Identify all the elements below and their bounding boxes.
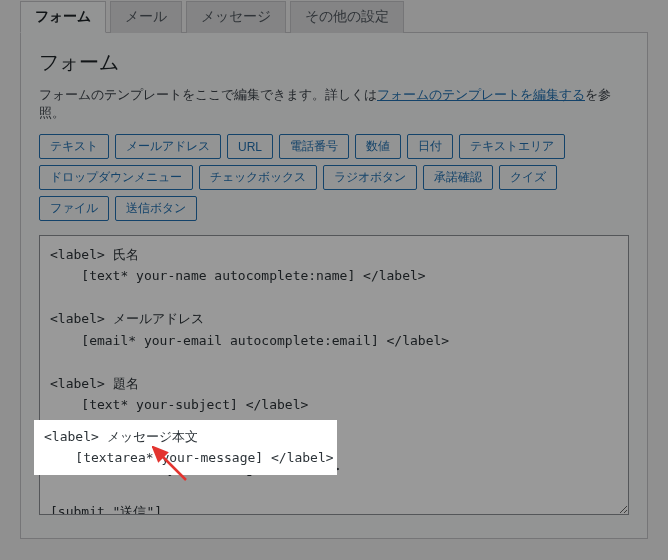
- tabs: フォーム メール メッセージ その他の設定: [20, 0, 648, 32]
- tag-button-12[interactable]: ファイル: [39, 196, 109, 221]
- desc-before: フォームのテンプレートをここで編集できます。詳しくは: [39, 87, 377, 102]
- tab-form[interactable]: フォーム: [20, 1, 106, 33]
- desc-link[interactable]: フォームのテンプレートを編集する: [377, 87, 585, 102]
- tag-button-9[interactable]: ラジオボタン: [323, 165, 417, 190]
- tag-button-1[interactable]: メールアドレス: [115, 134, 221, 159]
- tab-messages[interactable]: メッセージ: [186, 1, 286, 33]
- tab-mail[interactable]: メール: [110, 1, 182, 33]
- tag-button-3[interactable]: 電話番号: [279, 134, 349, 159]
- tag-button-13[interactable]: 送信ボタン: [115, 196, 197, 221]
- tag-button-4[interactable]: 数値: [355, 134, 401, 159]
- tag-button-6[interactable]: テキストエリア: [459, 134, 565, 159]
- form-template-textarea[interactable]: [39, 235, 629, 515]
- tag-button-8[interactable]: チェックボックス: [199, 165, 317, 190]
- tag-buttons: テキストメールアドレスURL電話番号数値日付テキストエリアドロップダウンメニュー…: [39, 134, 629, 221]
- tag-button-7[interactable]: ドロップダウンメニュー: [39, 165, 193, 190]
- panel-description: フォームのテンプレートをここで編集できます。詳しくはフォームのテンプレートを編集…: [39, 86, 629, 122]
- tab-other[interactable]: その他の設定: [290, 1, 404, 33]
- tag-button-10[interactable]: 承諾確認: [423, 165, 493, 190]
- tag-button-5[interactable]: 日付: [407, 134, 453, 159]
- panel-form: フォーム フォームのテンプレートをここで編集できます。詳しくはフォームのテンプレ…: [20, 32, 648, 539]
- tag-button-11[interactable]: クイズ: [499, 165, 557, 190]
- tag-button-0[interactable]: テキスト: [39, 134, 109, 159]
- panel-heading: フォーム: [39, 49, 629, 76]
- tag-button-2[interactable]: URL: [227, 134, 273, 159]
